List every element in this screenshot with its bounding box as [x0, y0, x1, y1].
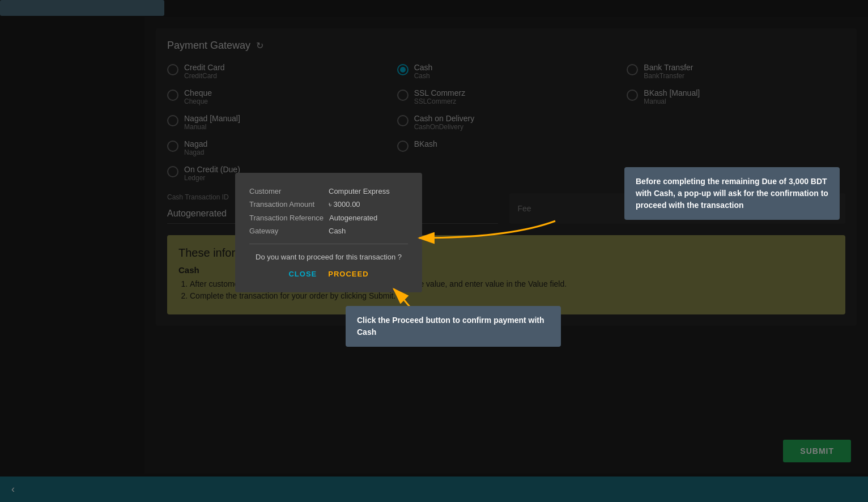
- popup-modal: Customer Computer Express Transaction Am…: [235, 173, 422, 292]
- popup-reference-value: Autogenerated: [329, 214, 377, 222]
- tooltip-box-1: Before completing the remaining Due of 3…: [624, 167, 840, 220]
- popup-amount-value: ৳ 3000.00: [329, 200, 360, 209]
- popup-row-amount: Transaction Amount ৳ 3000.00: [249, 200, 408, 209]
- tooltip-1-text: Before completing the remaining Due of 3…: [636, 177, 828, 210]
- popup-actions: CLOSE PROCEED: [249, 270, 408, 278]
- popup-customer-label: Customer: [249, 187, 323, 195]
- proceed-button[interactable]: PROCEED: [328, 270, 368, 278]
- popup-gateway-label: Gateway: [249, 227, 323, 235]
- popup-reference-label: Transaction Reference: [249, 214, 324, 222]
- popup-row-gateway: Gateway Cash: [249, 227, 408, 235]
- close-button[interactable]: CLOSE: [288, 270, 317, 278]
- popup-question: Do you want to proceed for this transact…: [249, 253, 408, 261]
- popup-gateway-value: Cash: [329, 227, 346, 235]
- popup-divider: [249, 244, 408, 244]
- popup-amount-label: Transaction Amount: [249, 200, 323, 209]
- popup-row-customer: Customer Computer Express: [249, 187, 408, 195]
- popup-row-reference: Transaction Reference Autogenerated: [249, 214, 408, 222]
- tooltip-box-2: Click the Proceed button to confirm paym…: [346, 306, 561, 347]
- modal-overlay: [0, 0, 868, 502]
- popup-customer-value: Computer Express: [329, 187, 390, 195]
- tooltip-2-text: Click the Proceed button to confirm paym…: [357, 316, 544, 337]
